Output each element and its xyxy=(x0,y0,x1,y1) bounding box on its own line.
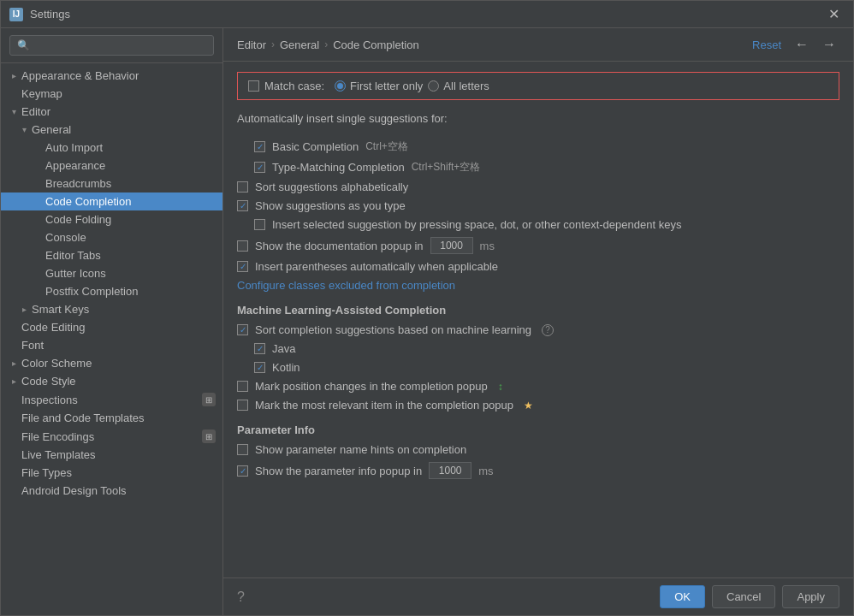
sidebar-item-font[interactable]: Font xyxy=(1,336,222,354)
sort-ml-checkbox[interactable] xyxy=(237,324,248,335)
show-param-popup-unit: ms xyxy=(478,465,493,477)
sidebar-item-file-types[interactable]: File Types xyxy=(1,464,222,482)
close-button[interactable]: ✕ xyxy=(823,4,845,24)
sidebar-item-code-style[interactable]: Code Style xyxy=(1,372,222,390)
insert-parens-row: Insert parentheses automatically when ap… xyxy=(237,260,839,273)
sort-alpha-checkbox[interactable] xyxy=(237,181,248,192)
breadcrumb-sep-2: › xyxy=(324,38,328,50)
mark-relevant-checkbox[interactable] xyxy=(237,400,248,411)
type-matching-checkbox[interactable] xyxy=(254,162,265,173)
sidebar-item-console[interactable]: Console xyxy=(1,228,222,246)
sidebar-tree: Appearance & Behavior Keymap Editor Gene… xyxy=(1,63,222,615)
forward-button[interactable]: → xyxy=(819,35,839,54)
radio-first-letter-input[interactable] xyxy=(335,80,346,92)
match-case-checkbox-wrapper[interactable]: Match case: xyxy=(248,80,324,92)
back-button[interactable]: ← xyxy=(792,35,812,54)
sidebar-item-keymap[interactable]: Keymap xyxy=(1,85,222,103)
breadcrumb-general: General xyxy=(280,38,319,51)
kotlin-checkbox[interactable] xyxy=(254,362,265,373)
search-input[interactable] xyxy=(9,35,214,56)
kotlin-row: Kotlin xyxy=(237,361,839,374)
show-suggestions-label: Show suggestions as you type xyxy=(255,199,406,212)
sidebar-item-appearance[interactable]: Appearance xyxy=(1,157,222,175)
settings-window: IJ Settings ✕ Appearance & Behavior Keym… xyxy=(0,0,854,616)
basic-completion-row: Basic Completion Ctrl+空格 xyxy=(237,139,839,154)
arrow-icon xyxy=(8,71,20,80)
bottom-bar: ? OK Cancel Apply xyxy=(223,578,853,615)
sidebar-item-editor-tabs[interactable]: Editor Tabs xyxy=(1,246,222,264)
show-suggestions-checkbox[interactable] xyxy=(237,200,248,211)
show-param-hints-checkbox[interactable] xyxy=(237,444,248,455)
sidebar-item-code-folding[interactable]: Code Folding xyxy=(1,210,222,228)
show-doc-popup-value[interactable]: 1000 xyxy=(430,237,473,254)
sidebar-item-editor[interactable]: Editor xyxy=(1,103,222,121)
type-matching-label: Type-Matching Completion xyxy=(272,161,405,174)
sidebar-item-smart-keys[interactable]: Smart Keys xyxy=(1,300,222,318)
sidebar-item-breadcrumbs[interactable]: Breadcrumbs xyxy=(1,175,222,192)
basic-completion-shortcut: Ctrl+空格 xyxy=(365,139,408,154)
radio-first-letter-label: First letter only xyxy=(350,80,423,92)
show-doc-popup-row: Show the documentation popup in 1000 ms xyxy=(237,237,839,254)
apply-button[interactable]: Apply xyxy=(782,585,839,608)
match-case-checkbox[interactable] xyxy=(248,80,259,92)
sort-ml-row: Sort completion suggestions based on mac… xyxy=(237,323,839,336)
insert-selected-label: Insert selected suggestion by pressing s… xyxy=(272,218,681,231)
sidebar-item-gutter-icons[interactable]: Gutter Icons xyxy=(1,264,222,282)
reset-button[interactable]: Reset xyxy=(749,37,785,53)
cancel-button[interactable]: Cancel xyxy=(712,585,775,608)
basic-completion-checkbox[interactable] xyxy=(254,141,265,152)
sidebar-item-appearance-behavior[interactable]: Appearance & Behavior xyxy=(1,67,222,85)
breadcrumb-editor: Editor xyxy=(237,38,266,51)
insert-selected-row: Insert selected suggestion by pressing s… xyxy=(237,218,839,231)
arrow-icon xyxy=(18,125,30,134)
mark-position-label: Mark position changes in the completion … xyxy=(255,380,488,393)
radio-all-letters[interactable]: All letters xyxy=(428,80,489,92)
search-box xyxy=(1,28,222,63)
sidebar: Appearance & Behavior Keymap Editor Gene… xyxy=(1,28,223,615)
java-checkbox[interactable] xyxy=(254,343,265,354)
show-doc-popup-checkbox[interactable] xyxy=(237,240,248,252)
sidebar-item-auto-import[interactable]: Auto Import xyxy=(1,139,222,157)
configure-classes-link[interactable]: Configure classes excluded from completi… xyxy=(237,279,455,292)
breadcrumb-bar: Editor › General › Code Completion Reset… xyxy=(223,28,853,62)
basic-completion-label: Basic Completion xyxy=(272,140,359,153)
sidebar-item-color-scheme[interactable]: Color Scheme xyxy=(1,354,222,372)
file-encodings-badge: ⊞ xyxy=(202,429,216,443)
sidebar-item-postfix-completion[interactable]: Postfix Completion xyxy=(1,282,222,300)
arrow-icon xyxy=(18,305,30,314)
show-param-popup-label: Show the parameter info popup in xyxy=(255,465,422,477)
sidebar-item-inspections[interactable]: Inspections ⊞ xyxy=(1,390,222,409)
main-content: Appearance & Behavior Keymap Editor Gene… xyxy=(1,28,853,615)
type-matching-shortcut: Ctrl+Shift+空格 xyxy=(412,160,481,175)
sidebar-item-code-editing[interactable]: Code Editing xyxy=(1,318,222,336)
sidebar-item-general[interactable]: General xyxy=(1,121,222,139)
sidebar-item-live-templates[interactable]: Live Templates xyxy=(1,446,222,464)
radio-all-letters-label: All letters xyxy=(443,80,489,92)
mark-relevant-icon: ★ xyxy=(524,400,533,412)
insert-selected-checkbox[interactable] xyxy=(254,219,265,230)
show-param-popup-row: Show the parameter info popup in 1000 ms xyxy=(237,462,839,479)
breadcrumb-sep-1: › xyxy=(271,38,275,50)
radio-first-letter[interactable]: First letter only xyxy=(335,80,423,92)
insert-parens-checkbox[interactable] xyxy=(237,261,248,272)
match-case-section: Match case: First letter only All letter… xyxy=(237,72,839,100)
mark-position-checkbox[interactable] xyxy=(237,381,248,392)
sort-ml-help-icon[interactable]: ? xyxy=(542,324,554,336)
sidebar-item-file-code-templates[interactable]: File and Code Templates xyxy=(1,409,222,427)
auto-insert-row: Automatically insert single suggestions … xyxy=(237,112,839,133)
inspections-badge: ⊞ xyxy=(202,393,216,406)
sidebar-item-file-encodings[interactable]: File Encodings ⊞ xyxy=(1,427,222,446)
sidebar-item-android-design-tools[interactable]: Android Design Tools xyxy=(1,482,222,500)
ok-button[interactable]: OK xyxy=(660,585,705,608)
app-icon: IJ xyxy=(9,8,23,21)
show-param-popup-value[interactable]: 1000 xyxy=(429,462,471,479)
sidebar-item-code-completion[interactable]: Code Completion xyxy=(1,192,222,210)
radio-all-letters-input[interactable] xyxy=(428,80,439,92)
mark-position-row: Mark position changes in the completion … xyxy=(237,380,839,393)
show-param-popup-checkbox[interactable] xyxy=(237,465,248,477)
breadcrumb-code-completion: Code Completion xyxy=(333,38,418,51)
show-doc-popup-label: Show the documentation popup in xyxy=(255,240,424,252)
help-icon[interactable]: ? xyxy=(237,589,245,605)
arrow-icon xyxy=(8,107,20,116)
type-matching-row: Type-Matching Completion Ctrl+Shift+空格 xyxy=(237,160,839,175)
